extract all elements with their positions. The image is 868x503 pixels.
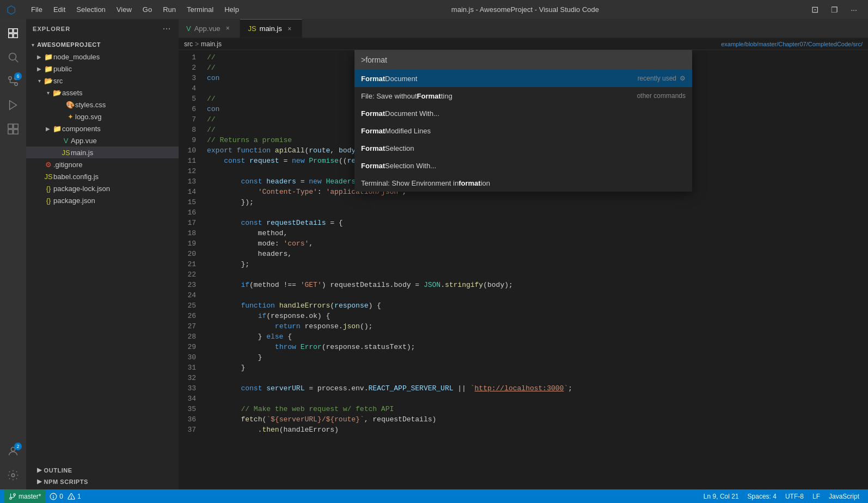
status-language[interactable]: JavaScript — [824, 489, 864, 503]
command-item-format-doc-with[interactable]: Format Document With... — [354, 105, 692, 122]
tab-main-js[interactable]: JS main.js × — [240, 19, 302, 38]
tab-close-icon[interactable]: × — [285, 24, 294, 33]
status-line-ending[interactable]: LF — [808, 489, 824, 503]
command-label: Format Selection — [361, 144, 686, 152]
menu-go[interactable]: Go — [138, 4, 156, 15]
styles-css-label: styles.css — [75, 101, 179, 109]
breadcrumb: src > main.js example/blob/master/Chapte… — [179, 38, 868, 50]
sidebar-item-src[interactable]: ▾ 📂 src — [26, 75, 179, 87]
git-branch-icon — [9, 493, 16, 500]
new-file-icon[interactable]: ··· — [162, 23, 172, 34]
command-item-format-selection-with[interactable]: Format Selection With... — [354, 157, 692, 174]
more-icon[interactable]: ··· — [846, 4, 861, 16]
gear-icon[interactable]: ⚙ — [680, 75, 686, 82]
main-layout: 6 2 — [0, 19, 868, 489]
sidebar-item-components[interactable]: ▶ 📁 components — [26, 122, 179, 134]
tab-close-icon[interactable]: × — [223, 24, 232, 33]
remote-icon[interactable]: ⊡ — [807, 4, 822, 16]
encoding-label: UTF-8 — [785, 493, 804, 500]
breadcrumb-sep1: > — [195, 40, 199, 48]
svg-rect-14 — [8, 130, 13, 134]
svg-rect-13 — [14, 124, 18, 128]
logo-svg-label: logo.svg — [75, 113, 179, 121]
search-activity-icon[interactable] — [3, 47, 23, 67]
sidebar-item-logo-svg[interactable]: ✦ logo.svg — [26, 111, 179, 122]
gitignore-icon: ⚙ — [44, 161, 53, 169]
command-label: Format Modified Lines — [361, 127, 686, 135]
tabs-bar: V App.vue × JS main.js × — [179, 19, 868, 38]
project-tree: ▾ AWESOMEPROJECT ▶ 📁 node_modules ▶ 📁 pu… — [26, 39, 179, 206]
sidebar-actions: ··· — [162, 23, 172, 34]
cursor-position: Ln 9, Col 21 — [704, 493, 739, 500]
layout-icon[interactable]: ❐ — [827, 4, 842, 16]
svg-rect-3 — [14, 34, 17, 38]
sidebar-item-public[interactable]: ▶ 📁 public — [26, 63, 179, 75]
title-bar: ⬡ File Edit Selection View Go Run Termin… — [0, 0, 868, 19]
components-label: components — [62, 125, 179, 133]
window-controls: ⊡ ❐ ··· — [807, 4, 861, 16]
tab-app-vue[interactable]: V App.vue × — [179, 19, 240, 38]
sidebar-item-assets[interactable]: ▾ 📂 assets — [26, 87, 179, 99]
status-errors[interactable]: 0 1 — [45, 489, 85, 503]
command-item-terminal-env-info[interactable]: Terminal: Show Environment information — [354, 174, 692, 192]
svg-rect-2 — [9, 34, 13, 38]
menu-bar: File Edit Selection View Go Run Terminal… — [27, 4, 243, 15]
main-js-label: main.js — [71, 149, 179, 157]
sidebar-item-app-vue[interactable]: V App.vue — [26, 134, 179, 146]
settings-activity-icon[interactable] — [3, 465, 23, 485]
sidebar-item-babel-config[interactable]: JS babel.config.js — [26, 170, 179, 182]
project-root[interactable]: ▾ AWESOMEPROJECT — [26, 39, 179, 51]
account-activity-icon[interactable]: 2 — [3, 441, 23, 461]
svg-point-17 — [11, 474, 15, 477]
menu-terminal[interactable]: Terminal — [182, 4, 218, 15]
status-spaces[interactable]: Spaces: 4 — [743, 489, 781, 503]
folder-open-icon: 📂 — [44, 77, 53, 85]
command-palette-input[interactable] — [361, 50, 686, 69]
sidebar-item-node-modules[interactable]: ▶ 📁 node_modules — [26, 51, 179, 63]
sidebar-header: Explorer ··· — [26, 19, 179, 39]
breadcrumb-file[interactable]: main.js — [201, 40, 222, 48]
outline-section[interactable]: ▶ OUTLINE — [26, 464, 179, 476]
activity-bar: 6 2 — [0, 19, 26, 489]
status-encoding[interactable]: UTF-8 — [781, 489, 808, 503]
line-ending-label: LF — [812, 493, 820, 500]
svg-file-icon: ✦ — [65, 113, 75, 121]
menu-run[interactable]: Run — [158, 4, 180, 15]
menu-selection[interactable]: Selection — [72, 4, 109, 15]
status-branch[interactable]: master* — [4, 489, 45, 503]
source-control-activity-icon[interactable]: 6 — [3, 71, 23, 91]
app-vue-label: App.vue — [71, 137, 179, 145]
command-item-format-selection[interactable]: Format Selection — [354, 139, 692, 157]
vue-file-icon: V — [61, 137, 71, 145]
npm-scripts-section[interactable]: ▶ NPM SCRIPTS — [26, 476, 179, 487]
language-label: JavaScript — [829, 493, 859, 500]
status-cursor[interactable]: Ln 9, Col 21 — [699, 489, 743, 503]
command-palette[interactable]: Format Document recently used ⚙ File: Sa… — [354, 50, 692, 192]
sidebar-item-gitignore[interactable]: ⚙ .gitignore — [26, 158, 179, 170]
assets-label: assets — [62, 89, 179, 97]
sidebar-item-main-js[interactable]: JS main.js — [26, 146, 179, 158]
menu-file[interactable]: File — [27, 4, 47, 15]
status-bar: master* 0 1 Ln 9, Col 21 Spaces: 4 UTF-8… — [0, 489, 868, 503]
vue-tab-icon: V — [186, 24, 191, 33]
extensions-activity-icon[interactable] — [3, 119, 23, 139]
explorer-activity-icon[interactable] — [3, 23, 23, 43]
public-label: public — [53, 65, 179, 73]
command-label: Format Selection With... — [361, 162, 686, 170]
explorer-title: Explorer — [33, 26, 70, 32]
command-item-format-document[interactable]: Format Document recently used ⚙ — [354, 70, 692, 87]
sidebar-item-package-lock[interactable]: {} package-lock.json — [26, 182, 179, 194]
sidebar-item-package-json[interactable]: {} package.json — [26, 194, 179, 206]
menu-edit[interactable]: Edit — [49, 4, 70, 15]
src-label: src — [53, 77, 179, 85]
menu-help[interactable]: Help — [220, 4, 243, 15]
command-item-save-no-format[interactable]: File: Save without Formatting other comm… — [354, 87, 692, 105]
command-label: File: Save without Formatting — [361, 92, 637, 100]
command-item-format-modified[interactable]: Format Modified Lines — [354, 122, 692, 139]
command-palette-overlay[interactable]: Format Document recently used ⚙ File: Sa… — [179, 50, 868, 489]
menu-view[interactable]: View — [112, 4, 136, 15]
js-tab-icon: JS — [248, 24, 256, 33]
debug-activity-icon[interactable] — [3, 95, 23, 115]
sidebar-item-styles-css[interactable]: 🎨 styles.css — [26, 99, 179, 111]
breadcrumb-src[interactable]: src — [184, 40, 193, 48]
